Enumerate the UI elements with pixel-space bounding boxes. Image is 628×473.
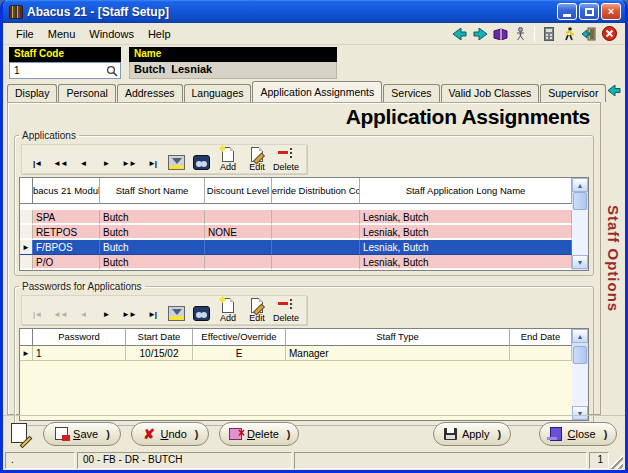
resize-grip[interactable] <box>611 452 623 469</box>
applications-group: Applications |◄ ◄◄ ◄ ► ►► ►| Add <box>14 130 594 276</box>
scroll-up-icon[interactable]: ▲ <box>572 178 588 192</box>
add-icon <box>222 298 234 313</box>
menu-help[interactable]: Help <box>141 26 178 42</box>
col-password[interactable]: Password <box>33 329 126 346</box>
delete-button[interactable]: Delete <box>272 298 300 323</box>
fast-next-button[interactable]: ►► <box>118 154 140 172</box>
close-button[interactable]: × <box>601 3 621 20</box>
row-pointer-icon: ► <box>20 346 33 361</box>
passwords-group: Passwords for Applications |◄ ◄◄ ◄ ► ►► … <box>14 281 594 426</box>
col-start-date[interactable]: Start Date <box>126 329 193 346</box>
scrollbar-thumb[interactable] <box>573 192 587 210</box>
tab-addresses[interactable]: Addresses <box>117 84 183 102</box>
delete-button[interactable]: Delete <box>272 147 300 172</box>
fast-prev-button: ◄◄ <box>49 305 71 323</box>
tab-scroll-left-icon[interactable] <box>608 85 621 96</box>
undo-icon: ✘ <box>142 427 157 441</box>
status-cell-left: . <box>5 452 75 469</box>
undo-button[interactable]: ✘ Undo ) <box>131 422 209 446</box>
next-record-button[interactable]: ► <box>95 305 117 323</box>
scrollbar-thumb[interactable] <box>573 346 587 364</box>
tab-display[interactable]: Display <box>7 84 57 102</box>
next-record-button[interactable]: ► <box>95 154 117 172</box>
person-icon[interactable] <box>510 25 530 43</box>
edit-icon <box>251 147 263 162</box>
last-record-button[interactable]: ►| <box>141 154 163 172</box>
col-end-date[interactable]: End Date <box>510 329 572 346</box>
applications-toolbar: |◄ ◄◄ ◄ ► ►► ►| Add Edit <box>21 144 307 174</box>
tab-services[interactable]: Services <box>383 84 439 102</box>
row-pointer-icon: ► <box>20 240 33 255</box>
table-row-selected[interactable]: ► 1 10/15/02 E Manager <box>20 346 588 364</box>
menu-menu[interactable]: Menu <box>41 26 83 42</box>
col-staff-application-long-name[interactable]: Staff Application Long Name <box>360 178 572 204</box>
title-bar: Abacus 21 - [Staff Setup] × <box>3 0 625 23</box>
window-title: Abacus 21 - [Staff Setup] <box>27 5 557 19</box>
tab-personal[interactable]: Personal <box>58 84 115 102</box>
edit-icon <box>251 298 263 313</box>
side-strip: Staff Options <box>601 102 625 415</box>
table-row[interactable]: RETPOS Butch NONE Lesniak, Butch <box>20 225 588 240</box>
delete-icon <box>278 147 294 162</box>
close-button[interactable]: Close ) <box>539 422 617 446</box>
table-row-selected[interactable]: ► F/BPOS Butch Lesniak, Butch <box>20 240 588 255</box>
notes-icon[interactable] <box>9 422 33 446</box>
delete-icon <box>278 298 294 313</box>
scroll-down-icon[interactable]: ▼ <box>572 255 588 269</box>
find-icon[interactable] <box>190 303 212 323</box>
fast-next-button[interactable]: ►► <box>118 305 140 323</box>
col-discount-level[interactable]: Discount Level <box>205 178 272 204</box>
exit-door-icon[interactable] <box>579 25 599 43</box>
tab-valid-job-classes[interactable]: Valid Job Classes <box>441 84 540 102</box>
first-record-button[interactable]: |◄ <box>26 154 48 172</box>
menu-bar: File Menu Windows Help <box>3 23 625 45</box>
scroll-up-icon[interactable]: ▲ <box>572 329 588 343</box>
stop-icon[interactable] <box>599 25 619 43</box>
save-button[interactable]: Save ) <box>43 422 121 446</box>
filter-icon[interactable] <box>165 152 187 172</box>
tab-languages[interactable]: Languages <box>184 84 252 102</box>
col-abacus-module[interactable]: Abacus 21 Module <box>33 178 100 204</box>
status-bar: . 00 - FB - DR - BUTCH 1 <box>3 451 625 470</box>
col-override-distribution[interactable]: Override Distribution Code <box>272 178 360 204</box>
col-effective-override[interactable]: Effective/Override <box>193 329 286 346</box>
add-button[interactable]: Add <box>214 298 242 323</box>
staff-code-input[interactable]: 1 <box>9 62 121 79</box>
table-row[interactable]: P/O Butch Lesniak, Butch ▼ <box>20 255 588 270</box>
edit-button[interactable]: Edit <box>243 147 271 172</box>
add-button[interactable]: Add <box>214 147 242 172</box>
search-icon[interactable] <box>106 65 118 77</box>
running-man-icon[interactable] <box>559 25 579 43</box>
record-header: Staff Code 1 Name Butch Lesniak <box>3 45 625 81</box>
back-icon[interactable] <box>450 25 470 43</box>
forward-icon[interactable] <box>470 25 490 43</box>
menu-windows[interactable]: Windows <box>82 26 141 42</box>
fast-prev-button[interactable]: ◄◄ <box>49 154 71 172</box>
status-page-number: 1 <box>589 452 609 469</box>
delete-icon <box>228 427 243 441</box>
applications-group-label: Applications <box>19 130 79 141</box>
menu-file[interactable]: File <box>9 26 41 42</box>
edit-button[interactable]: Edit <box>243 298 271 323</box>
staff-code-label: Staff Code <box>9 47 121 62</box>
toolbar-separator <box>534 26 535 42</box>
calculator-icon[interactable] <box>539 25 559 43</box>
find-icon[interactable] <box>190 152 212 172</box>
delete-button[interactable]: Delete ) <box>219 422 299 446</box>
apply-button[interactable]: Apply ) <box>433 422 511 446</box>
applications-scrollbar[interactable]: ▲ <box>572 178 588 210</box>
passwords-toolbar: |◄ ◄◄ ◄ ► ►► ►| Add Edit <box>21 295 307 325</box>
table-row[interactable]: SPA Butch Lesniak, Butch <box>20 210 588 225</box>
prev-record-button[interactable]: ◄ <box>72 154 94 172</box>
filter-icon[interactable] <box>165 303 187 323</box>
first-record-button: |◄ <box>26 305 48 323</box>
page-title: Application Assignments <box>14 105 594 130</box>
tab-supervisor[interactable]: Supervisor <box>540 84 606 102</box>
last-record-button[interactable]: ►| <box>141 305 163 323</box>
minimize-button[interactable] <box>557 3 577 20</box>
col-staff-type[interactable]: Staff Type <box>286 329 510 346</box>
maximize-button[interactable] <box>579 3 599 20</box>
book-icon[interactable] <box>490 25 510 43</box>
col-staff-short-name[interactable]: Staff Short Name <box>100 178 205 204</box>
tab-application-assignments[interactable]: Application Assignments <box>252 81 382 102</box>
